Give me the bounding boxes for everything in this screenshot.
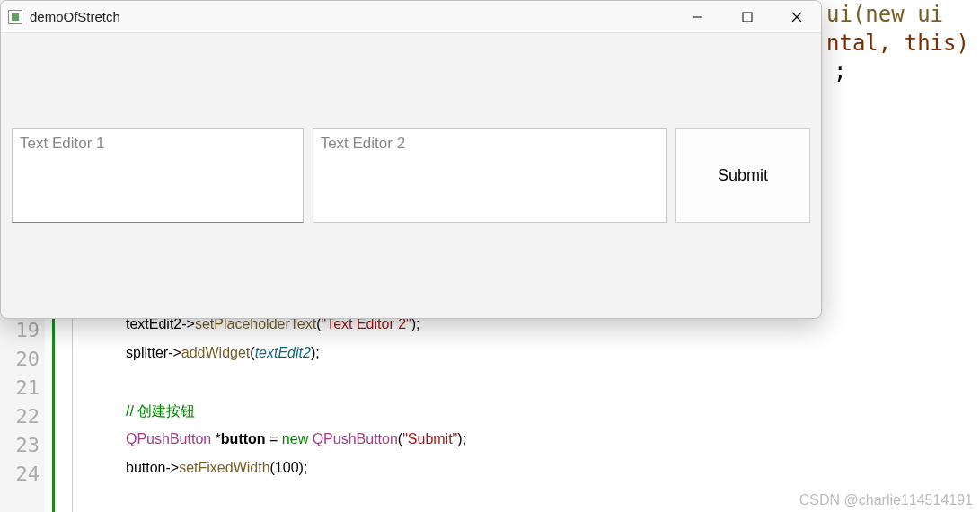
code-line-23: QPushButton *button = new QPushButton("S… <box>126 431 466 460</box>
submit-button[interactable]: Submit <box>675 128 810 223</box>
client-area: Text Editor 1 Text Editor 2 Submit <box>1 33 821 318</box>
watermark: CSDN @charlie114514191 <box>799 492 973 508</box>
frag3: ; <box>834 59 846 84</box>
code-line-22: // 创建按钮 <box>126 402 466 431</box>
frag2: ntal, this) <box>826 31 969 56</box>
code-line-24: button->setFixedWidth(100); <box>126 460 466 489</box>
frag1: ui(new ui <box>826 2 943 27</box>
code-line-20: splitter->addWidget(textEdit2); <box>126 345 466 374</box>
minimize-icon <box>693 12 703 22</box>
code-fragment-top: ui(new ui ntal, this) ; <box>826 0 969 86</box>
app-icon <box>8 10 22 24</box>
svg-rect-1 <box>743 13 752 22</box>
minimize-button[interactable] <box>673 1 722 33</box>
text-editor-1[interactable]: Text Editor 1 <box>12 128 304 223</box>
title-bar[interactable]: demoOfStretch <box>1 1 821 33</box>
qt-dialog-window: demoOfStretch Text Editor 1 Text Editor … <box>0 0 822 319</box>
code-line-21 <box>126 374 466 402</box>
window-title: demoOfStretch <box>30 9 120 24</box>
code-line-19: textEdit2->setPlaceholderText("Text Edit… <box>126 316 466 345</box>
maximize-button[interactable] <box>722 1 772 33</box>
text-editor-2[interactable]: Text Editor 2 <box>313 128 667 223</box>
close-icon <box>790 11 803 23</box>
close-button[interactable] <box>772 1 821 33</box>
maximize-icon <box>742 12 753 22</box>
